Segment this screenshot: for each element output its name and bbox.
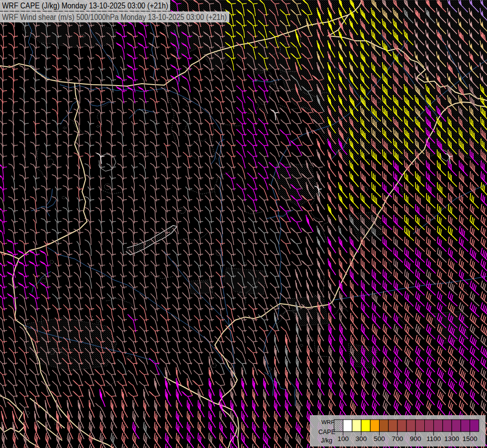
- svg-text:500: 500: [374, 435, 385, 443]
- svg-text:WRF: WRF: [321, 419, 334, 425]
- svg-text:100: 100: [337, 435, 349, 443]
- svg-text:WRF Wind shear (m/s) 500/1000h: WRF Wind shear (m/s) 500/1000hPa Monday …: [2, 13, 227, 21]
- svg-text:1100: 1100: [426, 435, 441, 443]
- svg-text:J/kg: J/kg: [321, 437, 332, 444]
- svg-text:1300: 1300: [444, 435, 459, 443]
- svg-text:900: 900: [410, 435, 421, 443]
- svg-text:CAPE: CAPE: [318, 429, 335, 436]
- svg-text:700: 700: [392, 435, 403, 443]
- svg-text:300: 300: [356, 435, 367, 443]
- svg-text:1500: 1500: [462, 435, 477, 443]
- svg-text:WRF CAPE (J/kg) Monday 13-10-2: WRF CAPE (J/kg) Monday 13-10-2025 03:00 …: [2, 1, 168, 10]
